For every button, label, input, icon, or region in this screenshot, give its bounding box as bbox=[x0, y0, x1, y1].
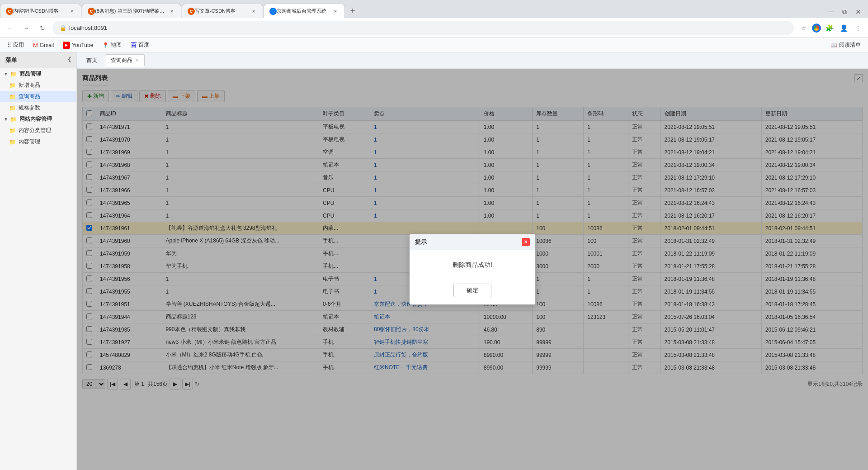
folder-params-icon: 📁 bbox=[9, 105, 16, 111]
dialog-header: 提示 × bbox=[410, 234, 535, 250]
url-text: localhost:8091 bbox=[69, 24, 107, 31]
folder-cat-icon: 📁 bbox=[9, 128, 16, 134]
tab-3[interactable]: C 写文章-CSDN博客 × bbox=[182, 4, 263, 18]
tab-1-close[interactable]: × bbox=[68, 8, 75, 15]
dialog: 提示 × 删除商品成功! 确定 bbox=[409, 234, 536, 305]
baidu-icon: 百 bbox=[131, 41, 137, 49]
dialog-ok-button[interactable]: 确定 bbox=[453, 284, 491, 297]
close-window-button[interactable]: ✕ bbox=[852, 5, 864, 18]
dialog-message: 删除商品成功! bbox=[453, 261, 492, 268]
youtube-icon bbox=[63, 42, 70, 49]
dialog-footer: 确定 bbox=[410, 280, 535, 304]
bookmark-gmail[interactable]: M Gmail bbox=[29, 41, 57, 49]
sidebar-group-site-label: 网站内容管理 bbox=[19, 115, 52, 123]
folder-site-icon: 📁 bbox=[10, 116, 17, 123]
chrome-icon[interactable] bbox=[812, 24, 821, 33]
restore-button[interactable]: ⧉ bbox=[838, 5, 851, 18]
bookmarks-bar: ⠿ 应用 M Gmail YouTube 📍 地图 百 百度 📖 阅读清单 bbox=[0, 38, 868, 52]
tab-bar: C 内容管理-CSDN博客 × C (8条消息) 第三阶段07(动吧菜单... … bbox=[0, 0, 868, 18]
apps-label: 应用 bbox=[13, 41, 24, 49]
page-tabs: 首页 查询商品 × bbox=[77, 52, 868, 69]
main-content: 首页 查询商品 × 商品列表 ⤢ ✚ 新增 ✏ 编辑 bbox=[77, 52, 868, 470]
address-bar: ← → ↻ 🔒 localhost:8091 ☆ 🧩 👤 ⋮ bbox=[0, 18, 868, 38]
sidebar-item-query-product[interactable]: 📁 查询商品 bbox=[0, 91, 76, 102]
tab-4-favicon: 🌐 bbox=[269, 8, 277, 15]
youtube-label: YouTube bbox=[72, 42, 93, 48]
sidebar-item-query-product-label: 查询商品 bbox=[19, 93, 40, 100]
dialog-body: 删除商品成功! bbox=[410, 250, 535, 280]
sidebar-item-content-category-label: 内容分类管理 bbox=[19, 127, 51, 134]
sidebar-item-content-mgmt-label: 内容管理 bbox=[19, 138, 40, 146]
tab-1[interactable]: C 内容管理-CSDN博客 × bbox=[0, 4, 81, 18]
gmail-icon: M bbox=[33, 42, 38, 48]
folder-query-icon: 📁 bbox=[9, 94, 16, 100]
forward-button[interactable]: → bbox=[20, 22, 33, 34]
sidebar-title: 菜单 bbox=[5, 56, 17, 64]
dialog-title: 提示 bbox=[415, 238, 427, 246]
user-profile-button[interactable]: 👤 bbox=[837, 22, 850, 34]
content-area: 商品列表 ⤢ ✚ 新增 ✏ 编辑 ✖ 删除 ▬ 下架 bbox=[77, 69, 868, 470]
bookmark-baidu[interactable]: 百 百度 bbox=[127, 40, 153, 50]
sidebar-group-product[interactable]: ▼ 📁 商品管理 bbox=[0, 68, 76, 80]
page-tab-query-goods[interactable]: 查询商品 × bbox=[105, 54, 145, 66]
tab-4-close[interactable]: × bbox=[332, 8, 339, 15]
back-button[interactable]: ← bbox=[4, 22, 16, 34]
reader-mode-button[interactable]: 📖 阅读清单 bbox=[827, 40, 864, 50]
baidu-label: 百度 bbox=[138, 41, 149, 49]
bookmark-apps[interactable]: ⠿ 应用 bbox=[4, 40, 28, 50]
sidebar-item-add-product[interactable]: 📁 新增商品 bbox=[0, 80, 76, 91]
sidebar-item-product-params-label: 规格参数 bbox=[19, 104, 40, 112]
bookmark-star-button[interactable]: ☆ bbox=[797, 22, 810, 34]
page-tab-query-goods-close[interactable]: × bbox=[136, 57, 138, 63]
reader-label: 阅读清单 bbox=[839, 41, 861, 49]
folder-add-icon: 📁 bbox=[9, 82, 16, 89]
tree-arrow-product: ▼ bbox=[4, 71, 8, 76]
tab-4[interactable]: 🌐 京淘商城后台管理系统 × bbox=[264, 4, 345, 18]
menu-button[interactable]: ⋮ bbox=[852, 22, 864, 34]
tab-2[interactable]: C (8条消息) 第三阶段07(动吧菜单... × bbox=[82, 4, 181, 18]
apps-icon: ⠿ bbox=[7, 42, 11, 48]
app-container: 菜单 《 ▼ 📁 商品管理 📁 新增商品 📁 查询商品 📁 规格参数 ▼ 📁 网… bbox=[0, 52, 868, 470]
tab-1-title: 内容管理-CSDN博客 bbox=[13, 8, 68, 14]
page-tab-home[interactable]: 首页 bbox=[80, 54, 103, 66]
sidebar-item-content-mgmt[interactable]: 📁 内容管理 bbox=[0, 136, 76, 147]
sidebar-group-site-content[interactable]: ▼ 📁 网站内容管理 bbox=[0, 114, 76, 125]
minimize-button[interactable]: ─ bbox=[825, 5, 837, 18]
browser-actions: ☆ 🧩 👤 ⋮ bbox=[797, 22, 864, 34]
sidebar-item-content-category[interactable]: 📁 内容分类管理 bbox=[0, 125, 76, 136]
sidebar-collapse-button[interactable]: 《 bbox=[65, 56, 71, 64]
bookmark-youtube[interactable]: YouTube bbox=[59, 41, 97, 50]
extensions-button[interactable]: 🧩 bbox=[823, 22, 835, 34]
tab-2-title: (8条消息) 第三阶段07(动吧菜单... bbox=[95, 8, 168, 14]
sidebar-group-product-label: 商品管理 bbox=[19, 70, 41, 78]
lock-icon: 🔒 bbox=[60, 25, 66, 31]
tab-1-favicon: C bbox=[6, 8, 13, 15]
bookmark-maps[interactable]: 📍 地图 bbox=[99, 40, 125, 50]
sidebar-item-product-params[interactable]: 📁 规格参数 bbox=[0, 102, 76, 114]
folder-product-icon: 📁 bbox=[10, 71, 17, 77]
dialog-overlay: 提示 × 删除商品成功! 确定 bbox=[77, 69, 868, 470]
sidebar-header: 菜单 《 bbox=[0, 52, 76, 68]
maps-label: 地图 bbox=[111, 41, 122, 49]
dialog-close-button[interactable]: × bbox=[522, 238, 530, 246]
tab-3-favicon: C bbox=[188, 8, 195, 15]
tab-2-favicon: C bbox=[88, 8, 95, 15]
maps-icon: 📍 bbox=[102, 42, 109, 48]
reader-icon: 📖 bbox=[830, 42, 837, 48]
tab-3-title: 写文章-CSDN博客 bbox=[195, 8, 250, 14]
folder-content-icon: 📁 bbox=[9, 139, 16, 145]
tab-2-close[interactable]: × bbox=[168, 8, 175, 15]
new-tab-button[interactable]: + bbox=[345, 4, 360, 18]
gmail-label: Gmail bbox=[40, 42, 54, 48]
browser-chrome: C 内容管理-CSDN博客 × C (8条消息) 第三阶段07(动吧菜单... … bbox=[0, 0, 868, 52]
url-bar[interactable]: 🔒 localhost:8091 bbox=[52, 21, 794, 35]
tab-3-close[interactable]: × bbox=[250, 8, 257, 15]
sidebar-item-add-product-label: 新增商品 bbox=[19, 81, 40, 89]
reload-button[interactable]: ↻ bbox=[36, 22, 49, 34]
tab-4-title: 京淘商城后台管理系统 bbox=[277, 8, 332, 14]
sidebar: 菜单 《 ▼ 📁 商品管理 📁 新增商品 📁 查询商品 📁 规格参数 ▼ 📁 网… bbox=[0, 52, 77, 470]
tree-arrow-site: ▼ bbox=[4, 117, 8, 122]
